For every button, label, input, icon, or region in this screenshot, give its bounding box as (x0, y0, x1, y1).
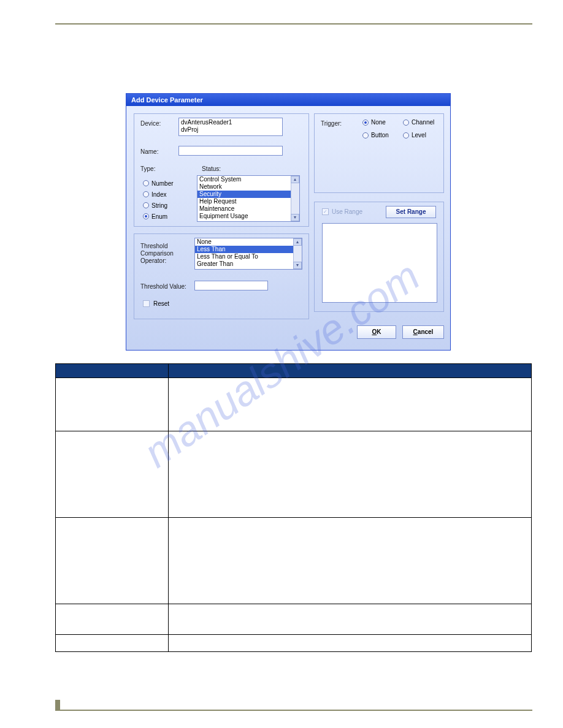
status-listbox[interactable]: Control System Network Security Help Req… (197, 175, 300, 222)
status-item[interactable]: Security (197, 191, 299, 198)
trigger-group: Trigger: None Channel Button Level (314, 113, 444, 193)
table-cell (169, 378, 532, 431)
table-cell (56, 604, 169, 635)
trigger-none-radio[interactable]: None (362, 119, 403, 126)
radio-icon (403, 132, 409, 138)
status-label: Status: (202, 165, 221, 172)
tco-item[interactable]: Greater Than (195, 260, 302, 268)
type-label: Type: (140, 165, 155, 172)
device-type-group: Device: dvAnterusReader1 dvProj Name: Ty… (134, 113, 309, 227)
status-item[interactable]: Network (197, 183, 299, 191)
name-input[interactable] (178, 146, 283, 156)
trigger-channel-radio[interactable]: Channel (403, 119, 443, 126)
page-corner-marker (55, 700, 60, 711)
status-item[interactable]: Control System (197, 176, 299, 183)
trigger-button-radio[interactable]: Button (362, 132, 403, 138)
checkbox-icon: ✓ (322, 208, 329, 215)
scroll-up-icon[interactable]: ▴ (291, 176, 299, 183)
range-textarea[interactable] (322, 223, 437, 303)
status-item[interactable]: Maintenance (197, 205, 299, 213)
page-top-rule (55, 23, 532, 25)
table-row (56, 518, 532, 604)
add-device-parameter-dialog: Add Device Parameter Device: dvAnterusRe… (126, 93, 451, 351)
radio-icon (362, 119, 369, 126)
dialog-title: Add Device Parameter (126, 94, 450, 106)
cancel-button[interactable]: Cancel (402, 325, 444, 339)
tco-item[interactable]: Less Than or Equal To (195, 253, 302, 260)
table-header-row (56, 364, 532, 378)
reset-checkbox[interactable]: Reset (143, 300, 169, 307)
device-item[interactable]: dvProj (181, 126, 280, 134)
trigger-level-label: Level (412, 132, 426, 138)
type-string-label: String (151, 202, 167, 209)
cancel-underline: C (413, 328, 418, 335)
table-cell (56, 378, 169, 431)
tco-item[interactable]: None (195, 238, 302, 246)
table-row (56, 378, 532, 431)
description-table (55, 363, 532, 652)
table-cell (169, 431, 532, 518)
table-cell (169, 635, 532, 652)
set-range-button[interactable]: Set Range (386, 206, 436, 218)
device-item[interactable]: dvAnterusReader1 (181, 119, 280, 126)
type-number-radio[interactable]: Number (143, 178, 174, 189)
trigger-label: Trigger: (321, 120, 342, 127)
table-header (56, 364, 169, 378)
trigger-button-label: Button (371, 132, 389, 138)
type-index-radio[interactable]: Index (143, 189, 174, 200)
tco-item[interactable]: Less Than (195, 246, 302, 253)
range-group: ✓ Use Range Set Range (314, 202, 444, 312)
table-cell (56, 635, 169, 652)
name-label: Name: (140, 148, 158, 155)
ok-rest: K (377, 328, 381, 335)
table-cell (56, 518, 169, 604)
tco-label: Threshold Comparison Operator: (140, 243, 178, 265)
cancel-rest: ancel (418, 328, 434, 335)
table-cell (169, 604, 532, 635)
radio-icon (143, 202, 149, 208)
type-radio-group: Number Index String Enum (143, 178, 174, 222)
scroll-down-icon[interactable]: ▾ (291, 214, 299, 221)
status-item[interactable]: Equipment Usage (197, 213, 299, 220)
tco-listbox[interactable]: None Less Than Less Than or Equal To Gre… (194, 238, 302, 270)
table-header (169, 364, 532, 378)
trigger-none-label: None (371, 119, 386, 126)
radio-icon (143, 213, 149, 219)
type-enum-radio[interactable]: Enum (143, 211, 174, 222)
type-number-label: Number (151, 180, 174, 187)
trigger-level-radio[interactable]: Level (403, 132, 443, 138)
radio-icon (403, 119, 409, 126)
trigger-radio-group: None Channel Button Level (362, 119, 443, 138)
table-row (56, 431, 532, 518)
reset-label: Reset (153, 300, 169, 307)
radio-icon (143, 191, 149, 197)
use-range-checkbox[interactable]: ✓ Use Range (322, 208, 362, 215)
type-string-radio[interactable]: String (143, 200, 174, 211)
type-enum-label: Enum (151, 213, 167, 220)
ok-button[interactable]: OK (357, 325, 396, 339)
radio-icon (143, 180, 149, 186)
table-row (56, 604, 532, 635)
table-cell (169, 518, 532, 604)
threshold-group: Threshold Comparison Operator: None Less… (134, 233, 309, 319)
type-index-label: Index (151, 191, 166, 198)
device-listbox[interactable]: dvAnterusReader1 dvProj (178, 118, 283, 136)
trigger-channel-label: Channel (412, 119, 434, 126)
page-bottom-rule (55, 710, 532, 711)
scroll-down-icon[interactable]: ▾ (293, 262, 302, 269)
table-cell (56, 431, 169, 518)
threshold-value-label: Threshold Value: (140, 283, 186, 290)
use-range-label: Use Range (332, 208, 362, 215)
threshold-value-input[interactable] (194, 281, 268, 290)
device-label: Device: (140, 120, 161, 127)
table-row (56, 635, 532, 652)
scroll-up-icon[interactable]: ▴ (293, 238, 302, 246)
status-item[interactable]: Help Request (197, 198, 299, 205)
radio-icon (362, 132, 369, 138)
checkbox-icon (143, 300, 150, 307)
